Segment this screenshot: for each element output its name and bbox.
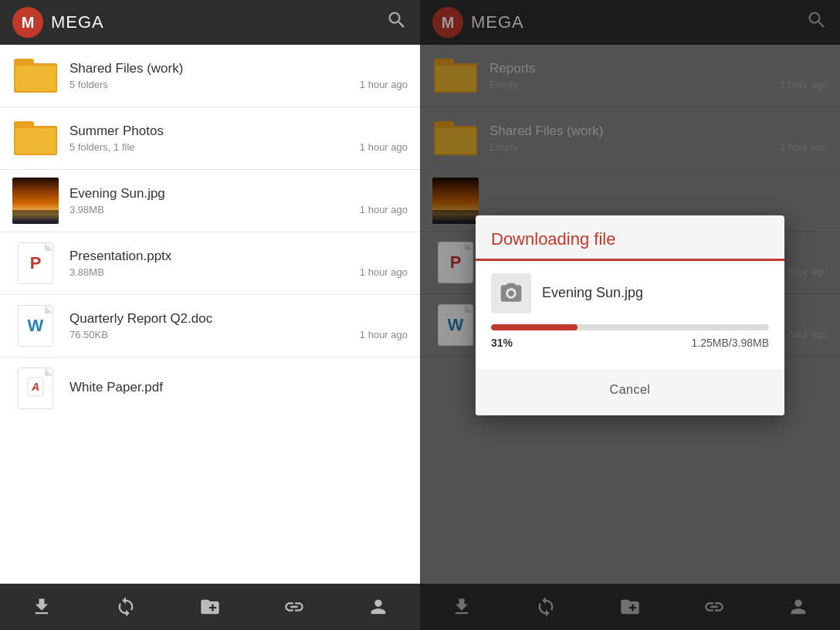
file-meta: 5 folders, 1 file 1 hour ago xyxy=(69,141,408,153)
right-panel: M MEGA Reports Empty 1 hour ago xyxy=(420,0,840,630)
list-item[interactable]: Shared Files (work) 5 folders 1 hour ago xyxy=(0,45,420,107)
left-header: M MEGA xyxy=(0,0,420,45)
file-info: Summer Photos 5 folders, 1 file 1 hour a… xyxy=(69,124,408,153)
image-thumb xyxy=(12,178,59,224)
progress-size: 1.25MB/3.98MB xyxy=(692,337,769,349)
dialog-footer: Cancel xyxy=(476,369,784,415)
upload-icon[interactable] xyxy=(25,590,59,624)
dialog-body: Evening Sun.jpg 31% 1.25MB/3.98MB xyxy=(476,261,784,369)
file-name: White Paper.pdf xyxy=(69,380,408,395)
file-meta: 76.50KB 1 hour ago xyxy=(69,329,408,340)
docx-thumb: W xyxy=(12,303,59,349)
file-info: Evening Sun.jpg 3.98MB 1 hour ago xyxy=(69,186,408,215)
list-item[interactable]: Summer Photos 5 folders, 1 file 1 hour a… xyxy=(0,107,420,170)
list-item[interactable]: P Presentation.pptx 3.88MB 1 hour ago xyxy=(0,232,420,295)
dialog-header: Downloading file xyxy=(476,215,784,261)
pptx-icon: P xyxy=(18,242,53,284)
link-icon[interactable] xyxy=(277,590,311,624)
file-name: Presentation.pptx xyxy=(69,249,408,264)
folder-icon xyxy=(14,59,57,93)
dialog-file-row: Evening Sun.jpg xyxy=(491,273,769,313)
file-name: Quarterly Report Q2.doc xyxy=(69,311,408,327)
file-info: Presentation.pptx 3.88MB 1 hour ago xyxy=(69,249,408,278)
progress-percent: 31% xyxy=(491,337,513,349)
progress-bar-fill xyxy=(491,324,578,330)
download-dialog: Downloading file Evening Sun.jpg 31% xyxy=(476,215,784,415)
file-name: Evening Sun.jpg xyxy=(69,186,408,202)
file-meta: 3.98MB 1 hour ago xyxy=(69,204,408,215)
file-name: Shared Files (work) xyxy=(69,61,408,76)
left-logo: M xyxy=(12,7,43,38)
docx-icon: W xyxy=(18,305,53,347)
progress-stats: 31% 1.25MB/3.98MB xyxy=(491,337,769,349)
folder-thumb xyxy=(12,115,59,161)
folder-thumb xyxy=(12,52,59,99)
file-meta: 3.88MB 1 hour ago xyxy=(69,266,408,278)
file-info: Shared Files (work) 5 folders 1 hour ago xyxy=(69,61,408,90)
dialog-overlay: Downloading file Evening Sun.jpg 31% xyxy=(420,0,840,630)
file-meta: 5 folders 1 hour ago xyxy=(69,79,408,90)
camera-icon-wrap xyxy=(491,273,531,313)
left-bottom-bar xyxy=(0,584,420,630)
progress-bar-container xyxy=(491,324,769,330)
list-item[interactable]: Evening Sun.jpg 3.98MB 1 hour ago xyxy=(0,170,420,232)
file-info: White Paper.pdf xyxy=(69,380,408,398)
dialog-title: Downloading file xyxy=(491,229,769,249)
dialog-filename: Evening Sun.jpg xyxy=(542,285,643,301)
pptx-thumb: P xyxy=(12,240,59,286)
sync-icon[interactable] xyxy=(109,590,143,624)
add-folder-icon[interactable] xyxy=(193,590,227,624)
pdf-thumb: A xyxy=(12,365,59,412)
left-header-title: MEGA xyxy=(51,12,386,32)
svg-text:A: A xyxy=(31,381,39,393)
file-info: Quarterly Report Q2.doc 76.50KB 1 hour a… xyxy=(69,311,408,340)
profile-icon[interactable] xyxy=(361,590,395,624)
list-item[interactable]: A White Paper.pdf xyxy=(0,357,420,419)
folder-icon xyxy=(14,121,57,155)
cancel-button[interactable]: Cancel xyxy=(591,377,669,403)
left-panel: M MEGA Shared Files (work) 5 folders 1 h… xyxy=(0,0,420,630)
sun-thumbnail xyxy=(12,178,59,224)
pdf-icon: A xyxy=(18,368,53,409)
file-name: Summer Photos xyxy=(69,124,408,139)
list-item[interactable]: W Quarterly Report Q2.doc 76.50KB 1 hour… xyxy=(0,295,420,357)
camera-icon xyxy=(499,281,523,306)
left-file-list: Shared Files (work) 5 folders 1 hour ago… xyxy=(0,45,420,584)
left-search-icon[interactable] xyxy=(386,9,408,36)
